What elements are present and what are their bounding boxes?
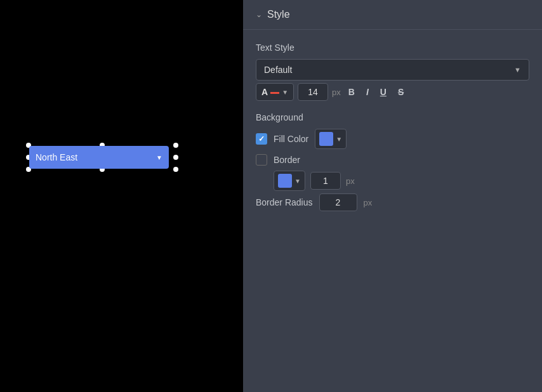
border-radius-label: Border Radius: [256, 197, 313, 207]
font-size-input[interactable]: [298, 83, 328, 101]
italic-button[interactable]: I: [362, 84, 373, 100]
handle-mid-right[interactable]: [173, 155, 178, 160]
checkmark-icon: ✓: [258, 134, 265, 143]
text-style-section: Text Style Default ▼ A ▼ px B I U S: [256, 42, 529, 101]
border-row: Border: [256, 154, 529, 166]
border-color-swatch: [278, 174, 292, 188]
border-radius-unit: px: [364, 198, 373, 207]
handle-top-right[interactable]: [173, 143, 178, 148]
underline-button[interactable]: U: [376, 84, 390, 100]
border-color-arrow: ▼: [294, 178, 301, 185]
node-box[interactable]: North East ▼: [29, 146, 169, 169]
panel-title: Style: [267, 9, 290, 20]
font-size-unit: px: [332, 88, 341, 97]
font-color-swatch: [270, 92, 279, 94]
handle-bot-right[interactable]: [173, 167, 178, 172]
border-width-unit: px: [346, 176, 355, 186]
font-color-arrow: ▼: [282, 89, 288, 96]
fill-color-picker[interactable]: ▼: [315, 129, 347, 149]
fill-color-swatch: [319, 132, 333, 146]
border-checkbox[interactable]: [256, 154, 267, 166]
fill-color-row: ✓ Fill Color ▼: [256, 129, 529, 149]
panel-header: ⌄ Style: [243, 0, 542, 30]
border-color-picker[interactable]: ▼: [274, 171, 305, 191]
node-element[interactable]: North East ▼: [26, 143, 178, 172]
strikethrough-button[interactable]: S: [394, 84, 407, 100]
panel-body: Text Style Default ▼ A ▼ px B I U S: [243, 30, 542, 224]
font-color-label: A: [261, 87, 268, 97]
style-panel: ⌄ Style Text Style Default ▼ A ▼ px B: [243, 0, 542, 392]
node-label: North East: [36, 152, 152, 162]
background-label: Background: [256, 112, 529, 122]
font-family-dropdown[interactable]: Default ▼: [256, 59, 529, 81]
node-dropdown-icon: ▼: [156, 154, 162, 161]
border-width-input[interactable]: [310, 172, 341, 190]
font-color-button[interactable]: A ▼: [256, 83, 294, 101]
font-dropdown-arrow: ▼: [514, 66, 521, 74]
border-radius-input[interactable]: [319, 193, 357, 211]
fill-color-arrow: ▼: [336, 136, 342, 143]
bold-button[interactable]: B: [345, 84, 359, 100]
text-format-row: A ▼ px B I U S: [256, 83, 529, 101]
font-family-value: Default: [264, 65, 292, 75]
canvas-panel: North East ▼: [0, 0, 243, 392]
fill-color-checkbox[interactable]: ✓: [256, 133, 267, 145]
border-label: Border: [274, 155, 300, 165]
background-section: Background ✓ Fill Color ▼ Border: [256, 112, 529, 211]
text-style-label: Text Style: [256, 42, 529, 53]
border-radius-row: Border Radius px: [256, 193, 529, 211]
border-controls: ▼ px: [274, 171, 529, 191]
fill-color-label: Fill Color: [274, 134, 308, 144]
chevron-down-icon: ⌄: [256, 10, 262, 19]
